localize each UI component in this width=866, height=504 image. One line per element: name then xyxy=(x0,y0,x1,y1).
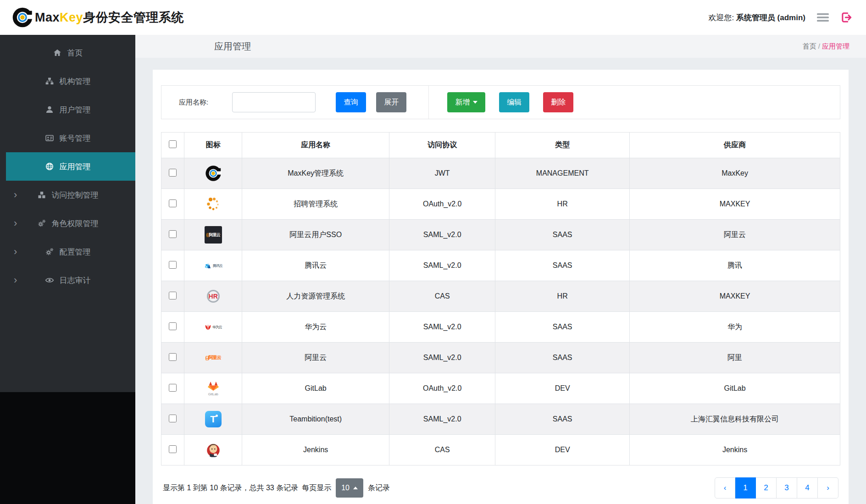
row-checkbox[interactable] xyxy=(169,384,177,392)
row-checkbox[interactable] xyxy=(169,415,177,422)
row-select-cell xyxy=(161,435,184,465)
query-button[interactable]: 查询 xyxy=(336,92,366,112)
app-name-cell: 阿里云 xyxy=(242,343,389,373)
brand-title: MaxKey身份安全管理系统 xyxy=(35,9,184,26)
row-icon-cell xyxy=(184,189,242,220)
sidebar-item-app[interactable]: 应用管理 xyxy=(0,152,135,181)
vendor-cell: GitLab xyxy=(630,373,840,404)
app-name-cell: 华为云 xyxy=(242,312,389,343)
brand: MaxKey身份安全管理系统 xyxy=(12,7,184,28)
protocol-cell: OAuth_v2.0 xyxy=(389,373,495,404)
hr-system-icon: HR xyxy=(184,287,242,305)
gears-icon xyxy=(45,247,54,256)
row-checkbox[interactable] xyxy=(169,353,177,361)
next-page-button[interactable]: › xyxy=(818,477,838,498)
table-row: GitLabGitLabOAuth_v2.0DEVGitLab xyxy=(161,373,840,404)
row-checkbox[interactable] xyxy=(169,445,177,453)
col-type: 类型 xyxy=(495,133,630,158)
page-button-4[interactable]: 4 xyxy=(797,477,818,498)
row-checkbox[interactable] xyxy=(169,261,177,269)
row-checkbox[interactable] xyxy=(169,230,177,238)
pagination-bar: 显示第 1 到第 10 条记录，总共 33 条记录 每页显示 10 条记录 ‹1… xyxy=(161,477,840,498)
sidebar-item-home[interactable]: 首页 xyxy=(0,39,135,67)
row-checkbox[interactable] xyxy=(169,169,177,177)
protocol-cell: SAML_v2.0 xyxy=(389,250,495,281)
row-checkbox[interactable] xyxy=(169,322,177,330)
expand-button[interactable]: 展开 xyxy=(376,92,406,112)
current-user: 系统管理员 (admin) xyxy=(736,13,805,22)
aliyun-dark-icon: (-)阿里云 xyxy=(184,226,242,244)
app-name-cell: Jenkins xyxy=(242,435,389,465)
eye-icon xyxy=(45,276,54,285)
sidebar-item-audit[interactable]: ›日志审计 xyxy=(0,266,135,294)
user-icon xyxy=(45,105,54,114)
select-all-checkbox[interactable] xyxy=(169,140,177,148)
per-page-label: 每页显示 xyxy=(302,483,331,493)
table-row: JenkinsCASDEVJenkins xyxy=(161,435,840,465)
caret-down-icon xyxy=(473,101,477,104)
row-icon-cell: GitLab xyxy=(184,373,242,404)
jenkins-icon xyxy=(184,441,242,459)
page-size-dropdown[interactable]: 10 xyxy=(336,478,363,498)
sidebar-item-role[interactable]: ›角色权限管理 xyxy=(0,209,135,238)
caret-up-icon xyxy=(353,487,358,489)
id-card-icon xyxy=(45,133,54,143)
vendor-cell: MaxKey xyxy=(630,158,840,189)
huawei-cloud-icon: 华为云 xyxy=(184,318,242,336)
app-name-input[interactable] xyxy=(232,92,316,112)
table-row: MaxKey管理系统JWTMANAGEMENTMaxKey xyxy=(161,158,840,189)
delete-button[interactable]: 删除 xyxy=(543,92,573,112)
menu-toggle-icon[interactable] xyxy=(816,12,829,22)
prev-page-button[interactable]: ‹ xyxy=(715,477,735,498)
type-cell: SAAS xyxy=(495,343,630,373)
type-cell: SAAS xyxy=(495,404,630,435)
row-select-cell xyxy=(161,281,184,312)
type-cell: HR xyxy=(495,281,630,312)
edit-button[interactable]: 编辑 xyxy=(499,92,529,112)
welcome-text: 欢迎您: 系统管理员 (admin) xyxy=(708,12,805,23)
app-management-card: 应用名称: 查询 展开 新增 编辑 删除 xyxy=(153,70,849,504)
breadcrumb-home-link[interactable]: 首页 xyxy=(803,42,816,50)
breadcrumb-current: 应用管理 xyxy=(822,42,849,50)
type-cell: MANAGEMENT xyxy=(495,158,630,189)
app-name-cell: Teambition(test) xyxy=(242,404,389,435)
row-select-cell xyxy=(161,189,184,220)
sidebar-item-config[interactable]: ›配置管理 xyxy=(0,238,135,266)
sidebar-item-account[interactable]: 账号管理 xyxy=(0,124,135,152)
page-button-2[interactable]: 2 xyxy=(756,477,777,498)
app-name-label: 应用名称: xyxy=(179,98,208,107)
chevron-right-icon: › xyxy=(14,247,17,257)
page-button-group: ‹1234› xyxy=(715,477,838,498)
sidebar-item-user[interactable]: 用户管理 xyxy=(0,95,135,124)
row-checkbox[interactable] xyxy=(169,199,177,207)
chevron-right-icon: › xyxy=(14,275,17,285)
sidebar-item-org[interactable]: 机构管理 xyxy=(0,67,135,95)
per-page-suffix: 条记录 xyxy=(368,483,390,493)
row-checkbox[interactable] xyxy=(169,292,177,299)
apps-table: 图标 应用名称 访问协议 类型 供应商 MaxKey管理系统JWTMANAGEM… xyxy=(161,132,840,465)
app-name-cell: MaxKey管理系统 xyxy=(242,158,389,189)
table-row: HR人力资源管理系统CASHRMAXKEY xyxy=(161,281,840,312)
type-cell: HR xyxy=(495,189,630,220)
sidebar-item-label: 应用管理 xyxy=(60,161,91,172)
sidebar-item-access[interactable]: ›访问控制管理 xyxy=(0,181,135,209)
col-protocol: 访问协议 xyxy=(389,133,495,158)
logout-icon[interactable] xyxy=(840,11,852,23)
protocol-cell: SAML_v2.0 xyxy=(389,404,495,435)
row-icon-cell: 华为云 xyxy=(184,312,242,343)
page-button-1[interactable]: 1 xyxy=(735,477,756,498)
page-header: 应用管理 首页/应用管理 xyxy=(135,35,866,58)
sidebar-item-label: 角色权限管理 xyxy=(52,218,99,229)
table-row: (-)阿里云阿里云用户SSOSAML_v2.0SAAS阿里云 xyxy=(161,220,840,250)
protocol-cell: OAuth_v2.0 xyxy=(389,189,495,220)
sidebar-item-label: 机构管理 xyxy=(60,76,91,87)
records-info: 显示第 1 到第 10 条记录，总共 33 条记录 xyxy=(163,483,298,493)
protocol-cell: CAS xyxy=(389,281,495,312)
cubes-icon xyxy=(37,190,46,199)
chevron-right-icon: › xyxy=(14,218,17,228)
col-app-name: 应用名称 xyxy=(242,133,389,158)
add-button[interactable]: 新增 xyxy=(447,92,485,112)
row-icon-cell: (-)阿里云 xyxy=(184,343,242,373)
sidebar: 首页机构管理用户管理账号管理应用管理›访问控制管理›角色权限管理›配置管理›日志… xyxy=(0,35,135,504)
page-button-3[interactable]: 3 xyxy=(777,477,797,498)
